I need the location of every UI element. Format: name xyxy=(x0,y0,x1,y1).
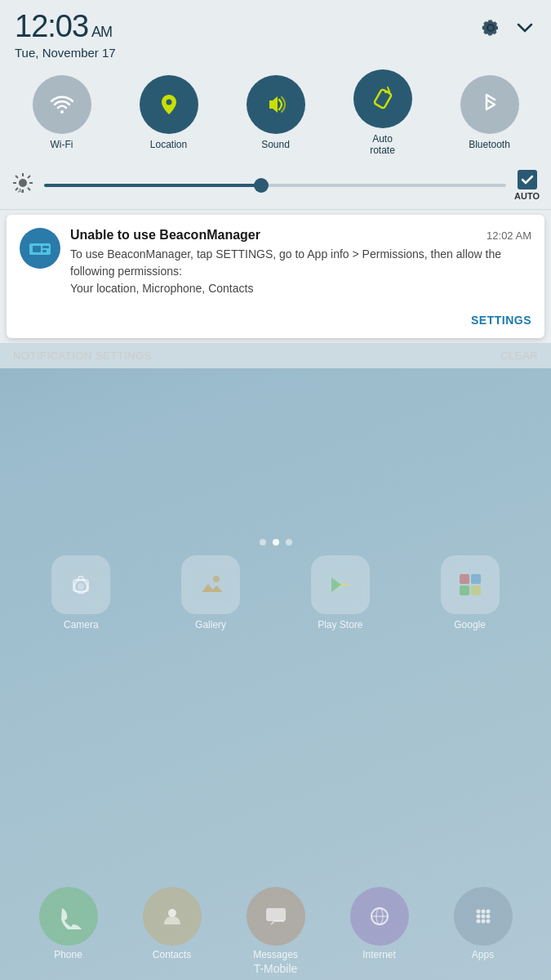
dock-phone[interactable]: Phone xyxy=(39,887,98,960)
notification-shade: 12:03AM Tue, November 17 xyxy=(0,0,551,368)
notification-header: Unable to use BeaconManager 12:02 AM To … xyxy=(20,228,531,297)
auto-brightness-toggle[interactable]: AUTO xyxy=(514,170,540,201)
notification-content: Unable to use BeaconManager 12:02 AM To … xyxy=(70,228,531,297)
date-value: Tue, November 17 xyxy=(15,46,116,60)
svg-point-25 xyxy=(19,179,27,187)
autorotate-label: Auto rotate xyxy=(370,133,395,157)
svg-rect-38 xyxy=(42,250,47,252)
dock-apps[interactable]: Apps xyxy=(454,887,513,960)
wifi-icon-circle xyxy=(33,75,91,134)
svg-text:A: A xyxy=(18,187,23,194)
svg-rect-37 xyxy=(42,246,49,248)
notification-settings-button[interactable]: NOTIFICATION SETTINGS xyxy=(13,350,152,362)
clear-button[interactable]: CLEAR xyxy=(500,350,538,362)
gallery-label: Gallery xyxy=(195,619,226,630)
bluetooth-icon-circle xyxy=(460,75,519,134)
page-dot-1 xyxy=(260,539,266,546)
svg-point-8 xyxy=(168,909,176,917)
settings-icon[interactable] xyxy=(479,16,502,42)
svg-point-20 xyxy=(481,920,485,924)
svg-point-16 xyxy=(476,915,480,919)
dock-internet[interactable]: Internet xyxy=(350,887,409,960)
messages-label: Messages xyxy=(253,949,298,960)
carrier-label: T-Mobile xyxy=(0,962,551,975)
svg-rect-7 xyxy=(471,586,481,595)
camera-icon-wrap xyxy=(51,555,110,614)
sound-label: Sound xyxy=(261,139,290,150)
notification-title-row: Unable to use BeaconManager 12:02 AM xyxy=(70,228,531,243)
notification-title: Unable to use BeaconManager xyxy=(70,228,260,243)
status-bar: 12:03AM Tue, November 17 xyxy=(0,0,551,63)
svg-point-19 xyxy=(476,920,480,924)
clock: 12:03AM xyxy=(15,10,116,44)
svg-point-23 xyxy=(166,99,171,105)
contacts-icon-wrap xyxy=(143,887,202,946)
notification-actions: SETTINGS xyxy=(20,304,531,332)
svg-point-13 xyxy=(476,910,480,914)
phone-icon-wrap xyxy=(39,887,98,946)
svg-point-2 xyxy=(78,583,84,590)
svg-rect-6 xyxy=(460,586,469,595)
svg-point-3 xyxy=(213,576,220,582)
page-dot-3 xyxy=(286,539,292,546)
google-label: Google xyxy=(454,619,486,630)
qs-bluetooth[interactable]: Bluetooth xyxy=(460,75,519,150)
brightness-fill xyxy=(44,184,261,187)
dock: Phone Contacts Messages In xyxy=(0,887,551,960)
phone-label: Phone xyxy=(54,949,82,960)
brightness-thumb xyxy=(254,178,269,193)
beaconmanager-app-icon xyxy=(20,228,60,269)
page-dots xyxy=(0,539,551,546)
page-dot-2 xyxy=(273,539,279,546)
svg-point-17 xyxy=(481,915,485,919)
svg-point-15 xyxy=(486,910,490,914)
svg-point-14 xyxy=(481,910,485,914)
time-block: 12:03AM Tue, November 17 xyxy=(15,10,116,60)
dock-messages[interactable]: Messages xyxy=(247,887,305,960)
quick-settings: Wi-Fi Location Sound xyxy=(0,63,551,167)
brightness-row: A AUTO xyxy=(0,167,551,210)
dock-contacts[interactable]: Contacts xyxy=(143,887,202,960)
svg-line-32 xyxy=(28,176,30,178)
notification-body: To use BeaconManager, tap SETTINGS, go t… xyxy=(70,246,531,297)
app-google[interactable]: Google xyxy=(429,555,511,630)
ampm-value: AM xyxy=(91,24,112,40)
svg-rect-5 xyxy=(471,574,481,584)
apps-icon-wrap xyxy=(454,887,513,946)
apps-label: Apps xyxy=(472,949,494,960)
google-icon-wrap xyxy=(441,555,500,614)
qs-autorotate[interactable]: Auto rotate xyxy=(353,69,412,157)
settings-action-button[interactable]: SETTINGS xyxy=(471,309,531,332)
notification-bar: NOTIFICATION SETTINGS CLEAR xyxy=(0,343,551,368)
auto-checkbox-box xyxy=(518,170,537,189)
qs-wifi[interactable]: Wi-Fi xyxy=(33,75,91,150)
svg-rect-4 xyxy=(460,574,469,584)
app-playstore[interactable]: Play Store xyxy=(300,555,381,630)
gallery-icon-wrap xyxy=(181,555,240,614)
autorotate-icon-circle xyxy=(353,69,412,128)
sound-icon-circle xyxy=(247,75,305,134)
svg-point-21 xyxy=(486,920,490,924)
auto-label: AUTO xyxy=(514,191,540,201)
app-gallery[interactable]: Gallery xyxy=(170,555,251,630)
playstore-icon-wrap xyxy=(311,555,370,614)
location-label: Location xyxy=(150,139,187,150)
status-icons xyxy=(479,16,536,42)
internet-label: Internet xyxy=(362,949,396,960)
bluetooth-label: Bluetooth xyxy=(469,139,510,150)
qs-location[interactable]: Location xyxy=(140,75,198,150)
svg-rect-36 xyxy=(33,246,41,252)
app-grid-row: Camera Gallery Play Store xyxy=(0,547,551,639)
qs-sound[interactable]: Sound xyxy=(247,75,305,150)
notification-card: Unable to use BeaconManager 12:02 AM To … xyxy=(7,215,544,338)
svg-rect-9 xyxy=(266,908,286,921)
brightness-slider[interactable] xyxy=(44,184,506,187)
brightness-icon: A xyxy=(11,172,36,199)
svg-point-22 xyxy=(60,110,64,114)
svg-line-30 xyxy=(16,176,18,178)
chevron-down-icon[interactable] xyxy=(513,16,536,42)
playstore-label: Play Store xyxy=(318,619,362,630)
notification-time: 12:02 AM xyxy=(487,229,531,242)
app-camera[interactable]: Camera xyxy=(40,555,122,630)
wifi-label: Wi-Fi xyxy=(51,139,73,150)
